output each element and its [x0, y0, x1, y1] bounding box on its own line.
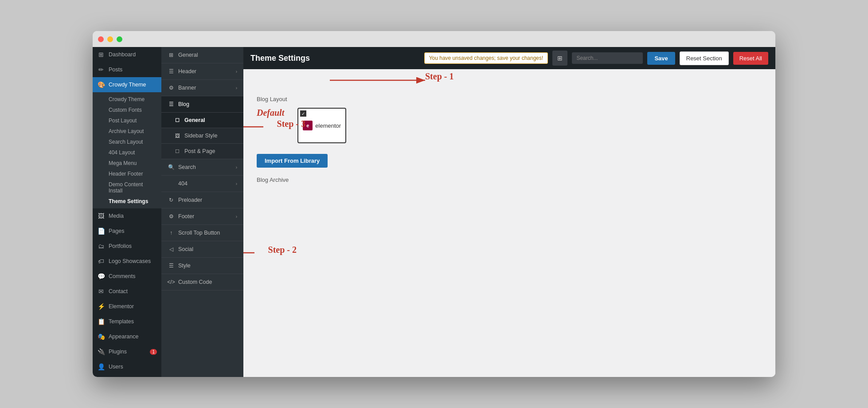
elementor-brand-icon: e	[303, 121, 313, 130]
general-icon: ⊞	[168, 51, 175, 59]
theme-panel-item-social[interactable]: ◁ Social	[161, 241, 243, 258]
submenu-demo-content[interactable]: Demo Content Install	[93, 179, 161, 196]
theme-panel-item-general[interactable]: ⊞ General	[161, 47, 243, 63]
elementor-text: elementor	[315, 122, 341, 129]
sidebar-label-templates: Templates	[109, 318, 134, 325]
submenu-archive-layout[interactable]: Archive Layout	[93, 126, 161, 137]
theme-panel-item-style[interactable]: ☰ Style	[161, 258, 243, 274]
minimize-btn[interactable]	[107, 36, 113, 42]
theme-panel-item-custom-code[interactable]: </> Custom Code	[161, 274, 243, 290]
sidebar-item-logo-showcases[interactable]: 🏷 Logo Showcases	[93, 254, 161, 269]
custom-code-icon: </>	[168, 279, 175, 286]
main-layout: ⊞ Dashboard ✏ Posts 🎨 Crowdy Theme Crowd…	[93, 47, 775, 377]
step2-arrow	[243, 244, 257, 262]
theme-panel-label-social: Social	[178, 246, 193, 252]
unsaved-notice: You have unsaved changes; save your chan…	[424, 52, 548, 64]
theme-panel-item-scroll-top[interactable]: ↑ Scroll Top Button	[161, 225, 243, 241]
submenu-custom-fonts[interactable]: Custom Fonts	[93, 105, 161, 115]
reset-section-button[interactable]: Reset Section	[680, 51, 729, 65]
theme-panel-item-search[interactable]: 🔍 Search ›	[161, 159, 243, 176]
reset-all-button[interactable]: Reset All	[733, 52, 768, 65]
blog-submenu-general[interactable]: ☐ General	[161, 113, 243, 128]
sidebar-item-posts[interactable]: ✏ Posts	[93, 62, 161, 77]
templates-icon: 📋	[97, 318, 105, 326]
sidebar-item-crowdy-theme[interactable]: 🎨 Crowdy Theme	[93, 77, 161, 92]
layout-options: Default e elementor	[257, 108, 762, 143]
scroll-top-icon: ↑	[168, 229, 175, 236]
theme-panel-item-404[interactable]: 404 ›	[161, 176, 243, 192]
sidebar-item-users[interactable]: 👤 Users	[93, 359, 161, 374]
header-icon: ☰	[168, 68, 175, 75]
step1-label: Step - 1	[425, 71, 454, 82]
app-window: ⊞ Dashboard ✏ Posts 🎨 Crowdy Theme Crowd…	[93, 31, 775, 377]
theme-panel-label-header: Header	[178, 68, 196, 75]
plugins-icon: 🔌	[97, 348, 105, 356]
sidebar-item-templates[interactable]: 📋 Templates	[93, 314, 161, 329]
blog-submenu-label-general: General	[184, 117, 205, 123]
theme-panel-item-banner[interactable]: ⚙ Banner ›	[161, 80, 243, 96]
sidebar-item-pages[interactable]: 📄 Pages	[93, 224, 161, 239]
blog-layout-label: Blog Layout	[257, 96, 762, 102]
submenu-search-layout[interactable]: Search Layout	[93, 137, 161, 147]
submenu-crowdy-theme[interactable]: Crowdy Theme	[93, 94, 161, 105]
search-input[interactable]	[572, 52, 643, 64]
sidebar-label-appearance: Appearance	[109, 333, 138, 340]
posts-icon: ✏	[97, 66, 105, 74]
blog-submenu-post-per-page[interactable]: ☐ Post & Page	[161, 144, 243, 159]
sidebar-item-dashboard[interactable]: ⊞ Dashboard	[93, 47, 161, 62]
social-icon: ◁	[168, 246, 175, 253]
submenu-mega-menu[interactable]: Mega Menu	[93, 158, 161, 169]
submenu-404-layout[interactable]: 404 Layout	[93, 147, 161, 158]
step2-label: Step - 2	[268, 245, 297, 255]
sidebar-item-plugins[interactable]: 🔌 Plugins 1	[93, 344, 161, 359]
theme-panel-label-footer: Footer	[178, 213, 194, 220]
icon-grid-button[interactable]: ⊞	[552, 51, 567, 66]
theme-panel-item-preloader[interactable]: ↻ Preloader	[161, 192, 243, 208]
submenu-theme-settings[interactable]: Theme Settings	[93, 196, 161, 207]
contact-icon: ✉	[97, 287, 105, 295]
elementor-logo: e elementor	[303, 121, 341, 130]
sidebar-item-comments[interactable]: 💬 Comments	[93, 269, 161, 284]
layout-card-default[interactable]: e elementor	[297, 108, 346, 143]
banner-chevron: ›	[236, 86, 237, 90]
import-from-library-button[interactable]: Import From Library	[257, 154, 328, 168]
theme-panel-label-general: General	[178, 52, 198, 58]
sidebar-label-users: Users	[109, 364, 123, 370]
theme-panel-label-preloader: Preloader	[178, 197, 202, 203]
sidebar-label-dashboard: Dashboard	[109, 51, 136, 58]
sidebar-label-elementor: Elementor	[109, 303, 134, 310]
footer-icon: ⚙	[168, 213, 175, 220]
close-btn[interactable]	[98, 36, 104, 42]
sidebar-item-appearance[interactable]: 🎭 Appearance	[93, 329, 161, 344]
theme-panel-item-footer[interactable]: ⚙ Footer ›	[161, 208, 243, 225]
sidebar-label-portfolios: Portfolios	[109, 243, 132, 249]
content-area: Theme Settings You have unsaved changes;…	[243, 47, 775, 377]
theme-panel: ⊞ General ☰ Header › ⚙ Banner ›	[161, 47, 243, 377]
submenu-header-footer[interactable]: Header Footer	[93, 169, 161, 179]
style-icon: ☰	[168, 262, 175, 269]
blog-submenu-sidebar-style[interactable]: 🖼 Sidebar Style	[161, 128, 243, 144]
logo-showcases-icon: 🏷	[97, 257, 105, 265]
banner-icon: ⚙	[168, 84, 175, 91]
sidebar-item-portfolios[interactable]: 🗂 Portfolios	[93, 239, 161, 254]
content-body: Step - 1 Blog Layout Default e elementor	[243, 69, 775, 377]
titlebar	[93, 31, 775, 47]
sidebar-label-pages: Pages	[109, 228, 124, 234]
sidebar-item-media[interactable]: 🖼 Media	[93, 208, 161, 224]
sidebar-item-elementor[interactable]: ⚡ Elementor	[93, 299, 161, 314]
sidebar-item-contact[interactable]: ✉ Contact	[93, 284, 161, 299]
plugins-badge: 1	[150, 349, 157, 355]
default-label: Default	[257, 108, 284, 118]
theme-panel-item-header[interactable]: ☰ Header ›	[161, 63, 243, 80]
submenu-post-layout[interactable]: Post Layout	[93, 115, 161, 126]
maximize-btn[interactable]	[117, 36, 122, 42]
preloader-icon: ↻	[168, 196, 175, 204]
theme-panel-item-blog[interactable]: ☰ Blog	[161, 96, 243, 113]
step1-arrow	[328, 69, 461, 91]
comments-icon: 💬	[97, 272, 105, 280]
theme-panel-label-blog: Blog	[178, 101, 189, 107]
page-title: Theme Settings	[250, 54, 420, 63]
blog-submenu-label-sidebar: Sidebar Style	[184, 133, 217, 139]
theme-panel-label-scroll-top: Scroll Top Button	[178, 230, 220, 236]
save-button[interactable]: Save	[647, 52, 675, 65]
